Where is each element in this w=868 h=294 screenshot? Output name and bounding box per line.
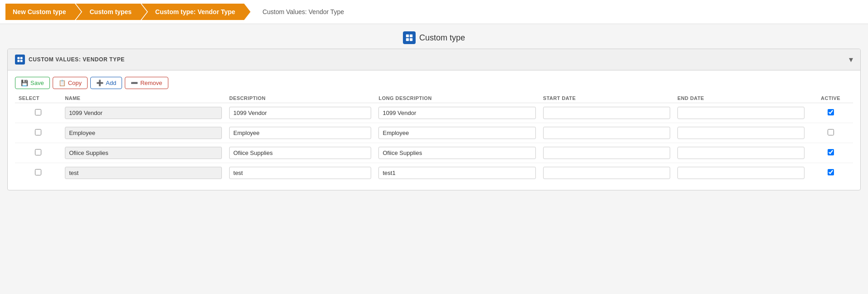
remove-label: Remove	[140, 80, 162, 86]
row-start-date-0[interactable]	[543, 107, 670, 119]
row-description-2[interactable]	[229, 147, 371, 159]
card-header: CUSTOM VALUES: VENDOR TYPE ▾	[8, 49, 860, 70]
svg-rect-0	[406, 35, 409, 37]
copy-button[interactable]: 📋 Copy	[53, 77, 88, 89]
breadcrumb-new-custom-type[interactable]: New Custom type	[5, 4, 75, 20]
row-end-date-1[interactable]	[677, 127, 804, 139]
row-long-description-0[interactable]	[378, 107, 535, 119]
row-end-date-0[interactable]	[677, 107, 804, 119]
table-row	[15, 123, 853, 143]
svg-rect-3	[410, 38, 412, 41]
remove-button[interactable]: ➖ Remove	[125, 77, 168, 89]
row-select-0[interactable]	[35, 109, 41, 115]
svg-rect-2	[406, 38, 409, 41]
remove-icon: ➖	[131, 80, 138, 86]
row-long-description-2[interactable]	[378, 147, 535, 159]
breadcrumb-custom-type-vendor[interactable]: Custom type: Vendor Type	[142, 4, 244, 20]
save-button[interactable]: 💾 Save	[15, 77, 50, 89]
svg-rect-4	[17, 57, 20, 59]
page-title-area: Custom type	[0, 24, 868, 49]
breadcrumb-label-custom-types: Custom types	[89, 8, 132, 15]
row-select-2[interactable]	[35, 149, 41, 155]
add-label: Add	[106, 80, 116, 86]
card-header-left: CUSTOM VALUES: VENDOR TYPE	[15, 55, 125, 65]
custom-type-icon	[405, 34, 413, 42]
col-end-date: END DATE	[674, 93, 808, 103]
page-title-icon	[403, 31, 416, 44]
row-end-date-3[interactable]	[677, 167, 804, 179]
row-description-0[interactable]	[229, 107, 371, 119]
card-custom-values: CUSTOM VALUES: VENDOR TYPE ▾ 💾 Save 📋 Co…	[7, 49, 861, 190]
page-title: Custom type	[419, 33, 465, 43]
row-active-3[interactable]	[828, 169, 834, 175]
svg-rect-7	[20, 60, 23, 62]
row-description-3[interactable]	[229, 167, 371, 179]
col-active: ACTIVE	[808, 93, 853, 103]
row-description-1[interactable]	[229, 127, 371, 139]
table-area: SELECT NAME DESCRIPTION LONG DESCRIPTION…	[8, 93, 860, 190]
card-header-icon	[15, 55, 25, 65]
row-active-0[interactable]	[828, 109, 834, 115]
row-active-1[interactable]	[828, 129, 834, 135]
svg-rect-6	[17, 60, 20, 62]
row-start-date-3[interactable]	[543, 167, 670, 179]
toolbar: 💾 Save 📋 Copy ➕ Add ➖ Remove	[8, 70, 860, 93]
breadcrumb-label-custom-values: Custom Values: Vendor Type	[262, 8, 344, 15]
row-start-date-1[interactable]	[543, 127, 670, 139]
row-start-date-2[interactable]	[543, 147, 670, 159]
values-table: SELECT NAME DESCRIPTION LONG DESCRIPTION…	[15, 93, 853, 183]
row-end-date-2[interactable]	[677, 147, 804, 159]
breadcrumb-custom-values-vendor: Custom Values: Vendor Type	[251, 4, 353, 20]
row-active-2[interactable]	[828, 149, 834, 155]
add-icon: ➕	[96, 80, 103, 86]
row-name-1[interactable]	[65, 127, 222, 139]
copy-icon: 📋	[59, 80, 66, 86]
row-name-2[interactable]	[65, 147, 222, 159]
svg-rect-1	[410, 35, 412, 37]
card-title: CUSTOM VALUES: VENDOR TYPE	[29, 56, 125, 63]
row-long-description-1[interactable]	[378, 127, 535, 139]
row-select-3[interactable]	[35, 169, 41, 175]
add-button[interactable]: ➕ Add	[90, 77, 122, 89]
table-row	[15, 163, 853, 183]
col-start-date: START DATE	[539, 93, 674, 103]
breadcrumb-label-new-custom-type: New Custom type	[13, 8, 66, 15]
breadcrumb-custom-types[interactable]: Custom types	[76, 4, 141, 20]
svg-rect-5	[20, 57, 23, 59]
breadcrumb-label-custom-type-vendor: Custom type: Vendor Type	[155, 8, 235, 15]
row-name-3[interactable]	[65, 167, 222, 179]
copy-label: Copy	[68, 80, 82, 86]
table-row	[15, 143, 853, 163]
row-long-description-3[interactable]	[378, 167, 535, 179]
save-label: Save	[30, 80, 44, 86]
col-description: DESCRIPTION	[226, 93, 375, 103]
save-icon: 💾	[21, 80, 28, 86]
col-name: NAME	[61, 93, 226, 103]
col-select: SELECT	[15, 93, 61, 103]
breadcrumb: New Custom type Custom types Custom type…	[0, 0, 868, 24]
row-select-1[interactable]	[35, 129, 41, 135]
col-long-description: LONG DESCRIPTION	[375, 93, 539, 103]
row-name-0[interactable]	[65, 107, 222, 119]
card-collapse-button[interactable]: ▾	[849, 55, 853, 65]
table-row	[15, 103, 853, 123]
card-icon	[17, 56, 23, 63]
